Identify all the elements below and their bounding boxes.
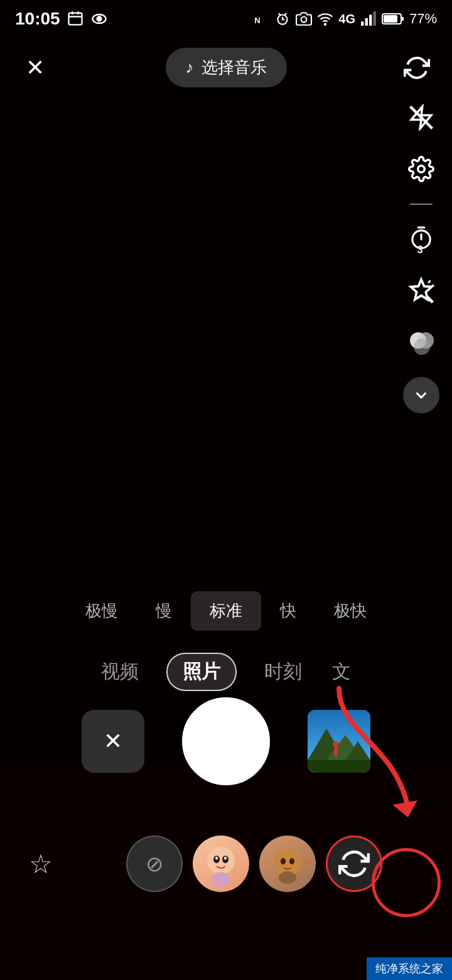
color-filter-button[interactable] bbox=[404, 325, 438, 359]
flash-off-icon bbox=[408, 104, 434, 131]
filter-refresh-button[interactable] bbox=[326, 836, 382, 892]
music-note-icon: ♪ bbox=[186, 58, 194, 77]
svg-line-8 bbox=[279, 13, 281, 14]
svg-point-37 bbox=[333, 741, 339, 748]
svg-marker-49 bbox=[392, 800, 417, 817]
cancel-button[interactable]: ✕ bbox=[82, 710, 144, 773]
status-icons: N 4G bbox=[253, 11, 437, 27]
filter-face2-button[interactable] bbox=[259, 836, 316, 892]
speed-very-fast[interactable]: 极快 bbox=[315, 591, 385, 631]
signal-icon bbox=[360, 11, 377, 27]
shutter-area: ✕ bbox=[0, 697, 452, 785]
svg-point-42 bbox=[215, 857, 218, 860]
no-filter-icon: ⊘ bbox=[146, 851, 163, 876]
shutter-button[interactable] bbox=[182, 697, 270, 785]
close-icon: ✕ bbox=[26, 55, 45, 81]
svg-rect-12 bbox=[361, 21, 363, 26]
svg-line-27 bbox=[428, 281, 431, 283]
svg-rect-0 bbox=[68, 13, 82, 25]
network-type-label: 4G bbox=[338, 12, 355, 26]
favorites-button[interactable]: ☆ bbox=[19, 842, 63, 886]
battery-icon bbox=[382, 11, 404, 27]
svg-rect-13 bbox=[365, 18, 368, 26]
battery-percentage: 77% bbox=[409, 11, 437, 27]
filter-row: ☆ ⊘ bbox=[0, 836, 452, 892]
calendar-icon bbox=[67, 10, 84, 28]
svg-rect-17 bbox=[401, 17, 404, 21]
beauty-button[interactable] bbox=[404, 274, 438, 308]
tab-moment[interactable]: 时刻 bbox=[262, 654, 304, 690]
svg-point-47 bbox=[289, 858, 294, 864]
face1-preview bbox=[196, 839, 246, 889]
speed-standard[interactable]: 标准 bbox=[191, 591, 261, 631]
refresh-icon bbox=[404, 55, 430, 81]
svg-point-31 bbox=[414, 339, 430, 355]
camera-viewfinder bbox=[0, 0, 452, 766]
gallery-thumb-preview bbox=[308, 710, 370, 773]
svg-point-48 bbox=[279, 871, 296, 884]
right-sidebar: 3 bbox=[403, 101, 439, 413]
status-bar: 10:05 N bbox=[0, 0, 452, 38]
filter-face1-button[interactable] bbox=[193, 836, 249, 892]
svg-point-5 bbox=[97, 17, 101, 21]
tab-photo[interactable]: 照片 bbox=[166, 653, 237, 691]
magic-brush-icon bbox=[407, 277, 435, 305]
speed-slow[interactable]: 慢 bbox=[137, 591, 191, 631]
status-time: 10:05 bbox=[15, 9, 108, 29]
flash-off-button[interactable] bbox=[404, 101, 438, 134]
camera-refresh-button[interactable] bbox=[401, 52, 433, 84]
more-options-button[interactable] bbox=[403, 377, 439, 413]
color-filter-icon bbox=[406, 327, 437, 358]
wifi-icon bbox=[317, 11, 333, 27]
svg-point-21 bbox=[418, 166, 425, 173]
music-button-label: 选择音乐 bbox=[202, 57, 267, 79]
refresh-filter-icon bbox=[338, 848, 370, 879]
watermark: 纯净系统之家 bbox=[367, 957, 452, 980]
star-icon: ☆ bbox=[29, 849, 53, 879]
chevron-down-icon bbox=[412, 386, 431, 405]
tab-text[interactable]: 文 bbox=[330, 654, 353, 690]
settings-icon bbox=[408, 156, 434, 182]
svg-point-10 bbox=[301, 17, 307, 23]
eye-icon bbox=[90, 10, 108, 28]
time-display: 10:05 bbox=[15, 9, 60, 29]
timer-button[interactable]: 3 bbox=[404, 222, 438, 256]
watermark-text: 纯净系统之家 bbox=[375, 962, 443, 975]
settings-button[interactable] bbox=[404, 152, 438, 186]
gallery-thumbnail[interactable] bbox=[308, 710, 370, 773]
svg-point-39 bbox=[207, 847, 235, 874]
svg-rect-14 bbox=[369, 15, 372, 26]
svg-text:N: N bbox=[254, 16, 260, 25]
sidebar-divider bbox=[410, 204, 433, 205]
music-select-button[interactable]: ♪ 选择音乐 bbox=[166, 48, 287, 87]
face2-preview bbox=[262, 839, 313, 889]
svg-rect-18 bbox=[384, 15, 397, 23]
svg-point-44 bbox=[212, 872, 230, 887]
alarm-icon bbox=[274, 11, 291, 27]
svg-line-26 bbox=[427, 297, 433, 302]
cancel-icon: ✕ bbox=[104, 728, 122, 754]
svg-line-9 bbox=[285, 13, 287, 14]
speed-fast[interactable]: 快 bbox=[261, 591, 315, 631]
svg-point-46 bbox=[281, 858, 286, 864]
svg-line-28 bbox=[432, 285, 434, 286]
svg-rect-36 bbox=[308, 760, 370, 773]
close-button[interactable]: ✕ bbox=[19, 52, 51, 84]
mode-tabs: 视频 照片 时刻 文 bbox=[0, 653, 452, 691]
tab-video[interactable]: 视频 bbox=[99, 654, 141, 690]
camera-status-icon bbox=[296, 11, 312, 27]
speed-selector: 极慢 慢 标准 快 极快 bbox=[0, 581, 452, 641]
speed-very-slow[interactable]: 极慢 bbox=[67, 591, 137, 631]
top-bar: ✕ ♪ 选择音乐 bbox=[0, 38, 452, 97]
timer-icon: 3 bbox=[407, 226, 435, 253]
svg-point-43 bbox=[224, 857, 227, 860]
svg-text:3: 3 bbox=[417, 244, 423, 253]
svg-rect-38 bbox=[334, 748, 338, 756]
svg-point-11 bbox=[325, 24, 326, 25]
svg-rect-15 bbox=[374, 11, 376, 26]
filter-none-button[interactable]: ⊘ bbox=[126, 836, 183, 892]
nfc-icon: N bbox=[253, 11, 269, 27]
filter-items-container: ⊘ bbox=[75, 836, 433, 892]
